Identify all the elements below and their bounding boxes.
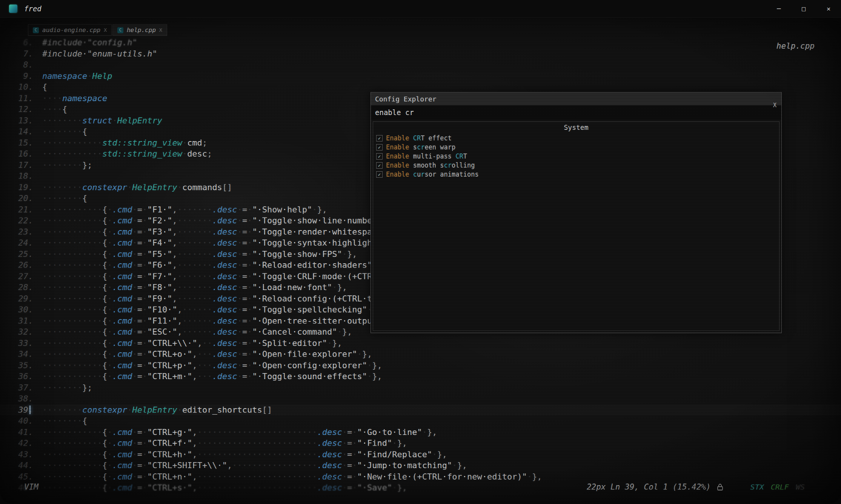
code-line-9[interactable]: 9.namespace·Help bbox=[0, 71, 841, 82]
code-line-35[interactable]: 35.············{·.cmd·=·"CTRL+p·",···.de… bbox=[0, 360, 841, 371]
code-line-40[interactable]: 40.········{ bbox=[0, 415, 841, 427]
code-token: · bbox=[142, 327, 147, 337]
code-token: }; bbox=[82, 383, 92, 392]
config-option[interactable]: ✓Enable CRT effect bbox=[373, 134, 779, 143]
code-token: .cmd bbox=[112, 249, 132, 259]
code-token: ········ bbox=[42, 127, 82, 136]
code-line-42[interactable]: 42.············{·.cmd·=·"CTRL+f·",······… bbox=[0, 438, 841, 449]
vim-mode-indicator: VIM bbox=[24, 482, 38, 492]
code-token: ······· bbox=[177, 227, 212, 237]
config-option[interactable]: ✓Enable cursor animations bbox=[373, 170, 779, 179]
line-text: ····{ bbox=[33, 104, 67, 115]
code-line-36[interactable]: 36.············{·.cmd·=·"CTRL+m·",···.de… bbox=[0, 371, 841, 382]
code-token: }, bbox=[437, 450, 447, 459]
code-token: "CTRL+o·" bbox=[147, 349, 192, 359]
code-token: }; bbox=[82, 160, 92, 170]
code-token: · bbox=[237, 327, 242, 337]
window-titlebar[interactable]: fred ─□✕ bbox=[0, 0, 841, 18]
code-line-8[interactable]: 8. bbox=[0, 59, 841, 71]
checkbox-checked[interactable]: ✓ bbox=[376, 171, 383, 178]
code-token: , bbox=[177, 305, 182, 314]
code-token: "·Toggle·show·line·numbers" bbox=[252, 216, 387, 225]
code-token: = bbox=[242, 305, 247, 314]
cursor-position-info: 22px Ln 39, Col 1 (15.42%) bbox=[587, 482, 711, 492]
code-token: · bbox=[142, 249, 147, 259]
code-token: · bbox=[357, 349, 362, 359]
line-number: 13. bbox=[0, 115, 33, 126]
code-line-44[interactable]: 44.············{·.cmd·=·"CTRL+SHIFT+\\·"… bbox=[0, 460, 841, 471]
code-line-41[interactable]: 41.············{·.cmd·=·"CTRL+g·",······… bbox=[0, 427, 841, 438]
code-line-33[interactable]: 33.············{·.cmd·=·"CTRL+\\·",··.de… bbox=[0, 338, 841, 349]
minimize-button[interactable]: ─ bbox=[766, 0, 791, 17]
checkbox-checked[interactable]: ✓ bbox=[376, 162, 383, 169]
code-token: · bbox=[107, 249, 112, 259]
code-line-6[interactable]: 6.#include·"config.h" bbox=[0, 37, 841, 48]
code-token: #include·"config.h" bbox=[42, 38, 137, 47]
code-token: · bbox=[527, 472, 532, 481]
code-token: .desc bbox=[317, 438, 342, 448]
code-token: · bbox=[142, 450, 147, 459]
code-line-39[interactable]: 39.········constexpr·HelpEntry·editor_sh… bbox=[0, 404, 841, 416]
code-line-34[interactable]: 34.············{·.cmd·=·"CTRL+o·",···.de… bbox=[0, 349, 841, 360]
code-line-38[interactable]: 38. bbox=[0, 393, 841, 404]
code-line-43[interactable]: 43.············{·.cmd·=·"CTRL+h·",······… bbox=[0, 449, 841, 460]
line-number: 16. bbox=[0, 148, 33, 160]
code-token: · bbox=[327, 338, 332, 348]
code-token: .desc bbox=[212, 327, 237, 337]
config-options-list: System ✓Enable CRT effect✓Enable screen … bbox=[373, 121, 780, 331]
code-token: .cmd bbox=[112, 260, 132, 270]
line-text: ············std::string_view·desc; bbox=[33, 148, 212, 160]
code-token: = bbox=[242, 372, 247, 381]
checkbox-checked[interactable]: ✓ bbox=[376, 153, 383, 160]
code-token: "·Go·to·line" bbox=[357, 427, 422, 437]
config-section-header: System bbox=[373, 123, 779, 134]
code-token: ························ bbox=[197, 427, 317, 437]
line-number: 23. bbox=[0, 226, 33, 238]
code-token: · bbox=[127, 183, 132, 192]
code-token: ········ bbox=[42, 160, 82, 170]
checkbox-checked[interactable]: ✓ bbox=[376, 144, 383, 151]
code-token: · bbox=[247, 260, 252, 270]
code-token: · bbox=[247, 249, 252, 259]
code-token: · bbox=[247, 238, 252, 247]
code-token: = bbox=[242, 216, 247, 225]
tab-audio-engine.cpp[interactable]: Caudio-engine.cppX bbox=[28, 24, 112, 36]
popup-close-button[interactable]: X bbox=[773, 102, 776, 109]
code-token: · bbox=[352, 472, 357, 481]
config-option[interactable]: ✓Enable multi-pass CRT bbox=[373, 152, 779, 161]
code-token: · bbox=[237, 216, 242, 225]
config-search-input[interactable]: enable cr bbox=[371, 105, 781, 120]
code-token: · bbox=[132, 472, 137, 481]
code-token: · bbox=[107, 450, 112, 459]
code-token: · bbox=[107, 227, 112, 237]
close-button[interactable]: ✕ bbox=[816, 0, 841, 17]
line-text: ············{·.cmd·=·"F1·",·······.desc·… bbox=[33, 204, 327, 215]
checkbox-checked[interactable]: ✓ bbox=[376, 135, 383, 141]
code-token: · bbox=[247, 349, 252, 359]
line-number: 10. bbox=[0, 81, 33, 93]
config-option[interactable]: ✓Enable screen warp bbox=[373, 143, 779, 152]
line-number: 20. bbox=[0, 193, 33, 204]
code-line-7[interactable]: 7.#include·"enum-utils.h" bbox=[0, 48, 841, 60]
code-token: , bbox=[172, 227, 177, 237]
tab-close-button[interactable]: X bbox=[159, 27, 162, 33]
code-token: · bbox=[107, 294, 112, 303]
code-line-10[interactable]: 10.{ bbox=[0, 81, 841, 93]
code-token: · bbox=[367, 372, 372, 381]
code-token: ············ bbox=[42, 349, 102, 359]
maximize-button[interactable]: □ bbox=[791, 0, 816, 17]
code-token: constexpr bbox=[82, 183, 127, 192]
line-number: 29. bbox=[0, 293, 33, 304]
line-number: 7. bbox=[0, 48, 33, 60]
tab-close-button[interactable]: X bbox=[104, 27, 107, 33]
code-token: "·Jump·to·matching" bbox=[357, 461, 452, 470]
tab-help.cpp[interactable]: Chelp.cppX bbox=[112, 24, 167, 36]
code-token: , bbox=[177, 316, 182, 326]
code-line-37[interactable]: 37.········}; bbox=[0, 382, 841, 393]
code-token: ············ bbox=[42, 450, 102, 459]
code-token: = bbox=[137, 249, 142, 259]
code-token: · bbox=[107, 216, 112, 225]
code-token: · bbox=[132, 327, 137, 337]
config-option[interactable]: ✓Enable smooth scrolling bbox=[373, 161, 779, 170]
code-token: }, bbox=[362, 349, 372, 359]
